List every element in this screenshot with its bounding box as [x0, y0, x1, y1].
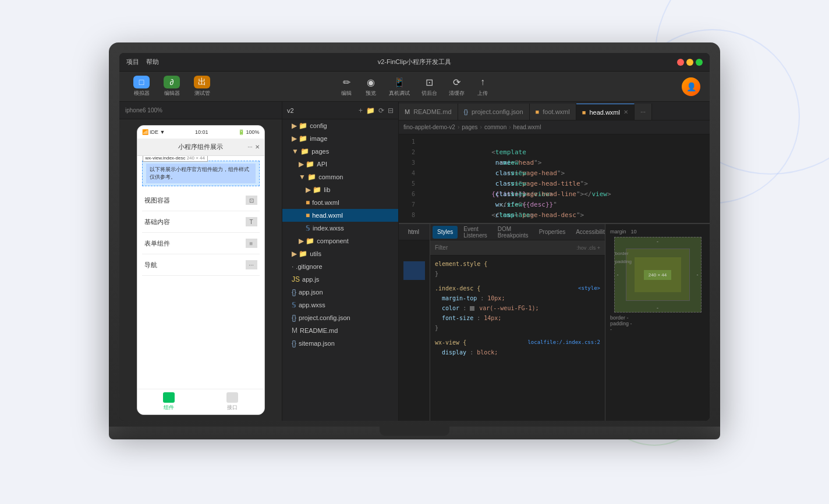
tree-item-component[interactable]: ▶ 📁 component — [282, 235, 398, 247]
menu-project[interactable]: 项目 — [126, 58, 139, 66]
tree-root-label: v2 — [287, 107, 294, 114]
tree-new-folder[interactable]: 📁 — [366, 107, 375, 115]
tree-item-utils[interactable]: ▶ 📁 utils — [282, 247, 398, 260]
folder-open-icon: ▼ 📁 — [299, 173, 316, 181]
styles-prop-display: display — [442, 349, 466, 356]
tree-label-api: API — [317, 161, 327, 168]
tree-item-appwxss[interactable]: 𝕊 app.wxss — [282, 299, 398, 311]
nav-close[interactable]: ✕ — [255, 144, 260, 150]
list-label-1: 视图容器 — [144, 196, 170, 205]
devtools-tab-html[interactable]: html — [403, 226, 424, 239]
action-device-debug[interactable]: 📱 真机调试 — [389, 76, 410, 97]
tree-collapse[interactable]: ⊟ — [388, 107, 394, 115]
tree-item-common[interactable]: ▼ 📁 common — [282, 171, 398, 183]
editor-label: 编辑器 — [164, 90, 180, 97]
edit-label: 编辑 — [341, 90, 352, 97]
tree-item-index-wxss[interactable]: 𝕊 index.wxss — [282, 222, 398, 235]
margin-top: - — [657, 239, 658, 244]
action-clear[interactable]: ⟳ 清缓存 — [449, 76, 465, 97]
tab-close[interactable]: ✕ — [623, 109, 628, 115]
box-dash-labels: border - padding - - — [610, 315, 632, 332]
tree-item-foot-wxml[interactable]: ■ foot.wxml — [282, 196, 398, 209]
user-avatar[interactable]: 👤 — [682, 77, 700, 96]
tree-new-file[interactable]: + — [359, 107, 363, 115]
phone-content: wx-view.index-desc 240 × 44 以下将展示小程序官方组件… — [137, 156, 264, 389]
tree-label-utils: utils — [310, 250, 321, 257]
devtools-styles: Styles Event Listeners DOM Breakpoints P… — [430, 224, 605, 421]
tree-refresh[interactable]: ⟳ — [378, 107, 384, 115]
clear-icon: ⟳ — [451, 76, 463, 88]
tree-label-config: config — [310, 122, 327, 129]
simulator-icon: □ — [133, 76, 150, 88]
styles-tab-dom[interactable]: DOM Breakpoints — [493, 226, 533, 239]
tab-readme[interactable]: M README.md — [399, 104, 458, 120]
folder-open-icon: ▼ 📁 — [292, 147, 309, 155]
tree-item-sitemap[interactable]: {} sitemap.json — [282, 337, 398, 350]
tab-head-icon: ■ — [582, 109, 586, 116]
styles-tab-props[interactable]: Properties — [534, 226, 571, 239]
status-time: 10:01 — [195, 129, 208, 135]
laptop-screen: 项目 帮助 v2-FinClip小程序开发工具 □ 模拟器 — [119, 53, 710, 421]
clear-label: 清缓存 — [449, 90, 465, 97]
maximize-btn[interactable] — [696, 59, 703, 66]
editor-btn[interactable]: ∂ 编辑器 — [159, 73, 185, 100]
minimize-btn[interactable] — [686, 59, 693, 66]
json-icon: {} — [292, 314, 296, 322]
app-main: iphone6 100% 📶 IDE ▼ 10:01 🔋 100% 小程序组件展… — [119, 102, 710, 421]
tree-item-config[interactable]: ▶ 📁 config — [282, 119, 398, 132]
tab-more[interactable]: ··· — [635, 104, 652, 120]
styles-tab-events[interactable]: Event Listeners — [459, 226, 492, 239]
menu-help[interactable]: 帮助 — [146, 58, 159, 66]
bottom-nav-component[interactable]: ⊞ 组件 — [163, 392, 175, 411]
list-label-2: 基础内容 — [144, 218, 170, 226]
editor-body: 1 2 3 4 5 6 7 8 <templa — [399, 134, 710, 421]
list-icon-3: ≡ — [246, 239, 257, 248]
action-upload[interactable]: ↑ 上传 — [476, 76, 489, 97]
styles-filter-input[interactable] — [435, 244, 572, 251]
code-content[interactable]: <template name="head"> <view class="page… — [417, 134, 710, 223]
list-item-1[interactable]: 视图容器 ⊡ — [142, 190, 260, 211]
devtools-html: html body wx-view.index wx-view.index-hd… — [399, 224, 430, 421]
phone-sidebar-header: iphone6 100% — [119, 102, 282, 119]
breadcrumb-file: head.wxml — [513, 124, 541, 130]
bottom-nav-api[interactable]: 接口 — [226, 392, 238, 411]
list-item-2[interactable]: 基础内容 T — [142, 211, 260, 233]
box-model-labels: margin 10 — [610, 229, 637, 235]
tree-item-head-wxml[interactable]: ■ head.wxml — [282, 209, 398, 222]
tab-foot[interactable]: ■ foot.wxml — [530, 104, 576, 120]
tab-head[interactable]: ■ head.wxml ✕ — [576, 104, 635, 120]
tree-item-appjs[interactable]: JS app.js — [282, 273, 398, 286]
element-label: wx-view.index-desc 240 × 44 — [143, 156, 208, 162]
tree-item-lib[interactable]: ▶ 📁 lib — [282, 183, 398, 196]
tree-item-readme[interactable]: M README.md — [282, 324, 398, 337]
bottom-dash: - — [610, 326, 612, 332]
devtools-tab-body[interactable]: body — [426, 226, 430, 239]
test-btn[interactable]: 出 测试管 — [189, 73, 215, 100]
styles-brace-close: } — [435, 271, 438, 277]
styles-tab-styles[interactable]: Styles — [433, 226, 458, 239]
styles-source-link-2[interactable]: localfile:/.index.css:2 — [527, 338, 600, 347]
tree-item-image[interactable]: ▶ 📁 image — [282, 132, 398, 145]
tree-item-appjson[interactable]: {} app.json — [282, 286, 398, 299]
styles-source-link[interactable]: <style> — [578, 283, 600, 293]
nav-more[interactable]: ··· — [247, 144, 252, 150]
titlebar-left: 项目 帮助 — [126, 58, 159, 66]
tree-item-api[interactable]: ▶ 📁 API — [282, 158, 398, 171]
close-btn[interactable] — [677, 59, 684, 66]
folder-icon: ▶ 📁 — [292, 250, 307, 258]
styles-val-3: 14px; — [484, 315, 501, 321]
list-item-4[interactable]: 导航 ··· — [142, 254, 260, 276]
phone-status-bar: 📶 IDE ▼ 10:01 🔋 100% — [137, 126, 264, 139]
margin-bottom: - — [657, 305, 658, 311]
styles-tab-access[interactable]: Accessibility — [571, 226, 605, 239]
action-edit[interactable]: ✏ 编辑 — [340, 76, 353, 97]
tree-item-gitignore[interactable]: · .gitignore — [282, 260, 398, 273]
action-bg[interactable]: ⊡ 切后台 — [421, 76, 437, 97]
tab-projectjson[interactable]: {} project.config.json — [458, 104, 530, 120]
titlebar-menu[interactable]: 项目 帮助 — [126, 58, 159, 66]
simulator-btn[interactable]: □ 模拟器 — [129, 73, 154, 100]
list-item-3[interactable]: 表单组件 ≡ — [142, 233, 260, 254]
action-preview[interactable]: ◉ 预览 — [364, 76, 377, 97]
tree-item-pages[interactable]: ▼ 📁 pages — [282, 145, 398, 158]
tree-item-projectjson[interactable]: {} project.config.json — [282, 311, 398, 324]
